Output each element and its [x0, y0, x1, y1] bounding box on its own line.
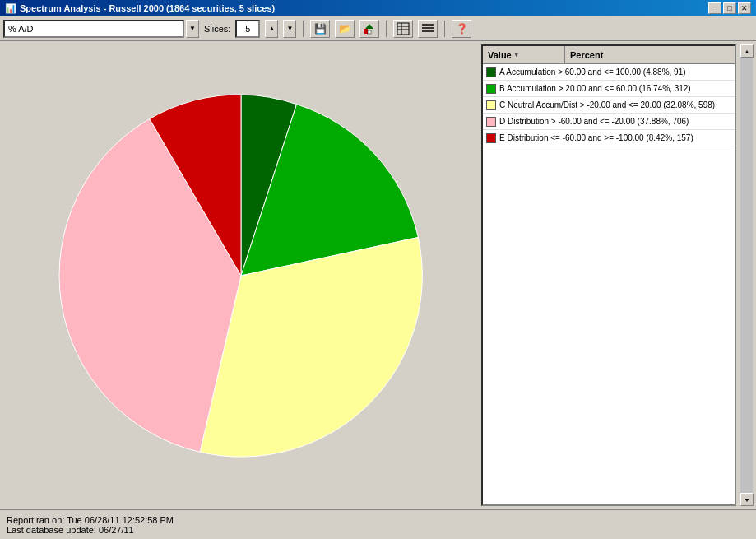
content-area: Value ▼ Percent A Accumulation > 60.00 a… — [0, 41, 756, 509]
toolbar-separator-2 — [386, 21, 387, 37]
analysis-dropdown[interactable]: % A/D — [3, 20, 184, 38]
legend-color-box — [486, 117, 496, 127]
legend-color-box — [486, 84, 496, 94]
status-bar: Report ran on: Tue 06/28/11 12:52:58 PM … — [0, 509, 756, 539]
svg-rect-1 — [368, 30, 371, 34]
toolbar-separator-3 — [444, 21, 445, 37]
sort-icon: ▼ — [513, 51, 520, 58]
open-button[interactable]: 📂 — [335, 20, 355, 38]
legend-rows: A Accumulation > 60.00 and <= 100.00 (4.… — [483, 64, 735, 504]
legend-row: B Accumulation > 20.00 and <= 60.00 (16.… — [483, 81, 735, 97]
svg-rect-3 — [397, 23, 409, 35]
slices-decrement[interactable]: ▼ — [283, 20, 296, 38]
toolbar: % A/D ▼ Slices: 5 ▲ ▼ 💾 📂 — [0, 16, 756, 41]
chart-icon-button[interactable] — [359, 20, 379, 38]
legend-col-value-header[interactable]: Value ▼ — [483, 46, 565, 63]
title-bar-left: 📊 Spectrum Analysis - Russell 2000 (1864… — [5, 3, 275, 14]
legend-col-percent-header[interactable]: Percent — [565, 46, 608, 63]
pie-svg — [44, 78, 438, 473]
title-bar: 📊 Spectrum Analysis - Russell 2000 (1864… — [0, 0, 756, 16]
save-button[interactable]: 💾 — [310, 20, 330, 38]
legend-row: D Distribution > -60.00 and <= -20.00 (3… — [483, 114, 735, 130]
table-button[interactable] — [393, 20, 413, 38]
legend-row-text: A Accumulation > 60.00 and <= 100.00 (4.… — [499, 67, 686, 77]
slices-label: Slices: — [204, 24, 230, 34]
maximize-button[interactable]: □ — [723, 2, 736, 14]
legend-row-text: E Distribution <= -60.00 and >= -100.00 … — [499, 133, 693, 142]
slices-increment[interactable]: ▲ — [265, 20, 278, 38]
legend-row: A Accumulation > 60.00 and <= 100.00 (4.… — [483, 64, 735, 81]
window-title: Spectrum Analysis - Russell 2000 (1864 s… — [20, 3, 275, 13]
dropdown-arrow[interactable]: ▼ — [186, 20, 199, 38]
svg-marker-2 — [365, 24, 373, 29]
legend-color-box — [486, 67, 496, 77]
legend-row-text: C Neutral Accum/Dist > -20.00 and <= 20.… — [499, 100, 715, 109]
minimize-button[interactable]: _ — [708, 2, 721, 14]
dropdown-value: % A/D — [8, 24, 34, 34]
svg-rect-0 — [364, 29, 368, 34]
scroll-up-button[interactable]: ▲ — [740, 44, 754, 58]
close-button[interactable]: ✕ — [738, 2, 751, 14]
legend-color-box — [486, 133, 496, 143]
help-button[interactable]: ❓ — [452, 20, 471, 38]
scroll-down-button[interactable]: ▼ — [740, 493, 754, 506]
legend-color-box — [486, 100, 496, 110]
toolbar-separator-1 — [303, 21, 304, 37]
legend-row: C Neutral Accum/Dist > -20.00 and <= 20.… — [483, 97, 735, 114]
scrollbar: ▲ ▼ — [740, 44, 753, 506]
dropdown-container: % A/D ▼ — [3, 20, 199, 38]
title-bar-controls[interactable]: _ □ ✕ — [708, 2, 751, 14]
app-icon: 📊 — [5, 3, 16, 14]
slices-input[interactable]: 5 — [235, 20, 260, 38]
status-line-1: Report ran on: Tue 06/28/11 12:52:58 PM — [7, 515, 749, 525]
legend-header: Value ▼ Percent — [483, 46, 735, 64]
scroll-track[interactable] — [740, 58, 753, 493]
pie-chart — [44, 78, 438, 473]
list-button[interactable] — [418, 20, 438, 38]
legend-row-text: D Distribution > -60.00 and <= -20.00 (3… — [499, 117, 689, 126]
status-line-2: Last database update: 06/27/11 — [7, 525, 749, 535]
chart-area — [3, 44, 478, 506]
legend-panel: Value ▼ Percent A Accumulation > 60.00 a… — [481, 44, 736, 506]
window-body: % A/D ▼ Slices: 5 ▲ ▼ 💾 📂 — [0, 16, 756, 539]
legend-row: E Distribution <= -60.00 and >= -100.00 … — [483, 130, 735, 146]
legend-row-text: B Accumulation > 20.00 and <= 60.00 (16.… — [499, 84, 691, 93]
